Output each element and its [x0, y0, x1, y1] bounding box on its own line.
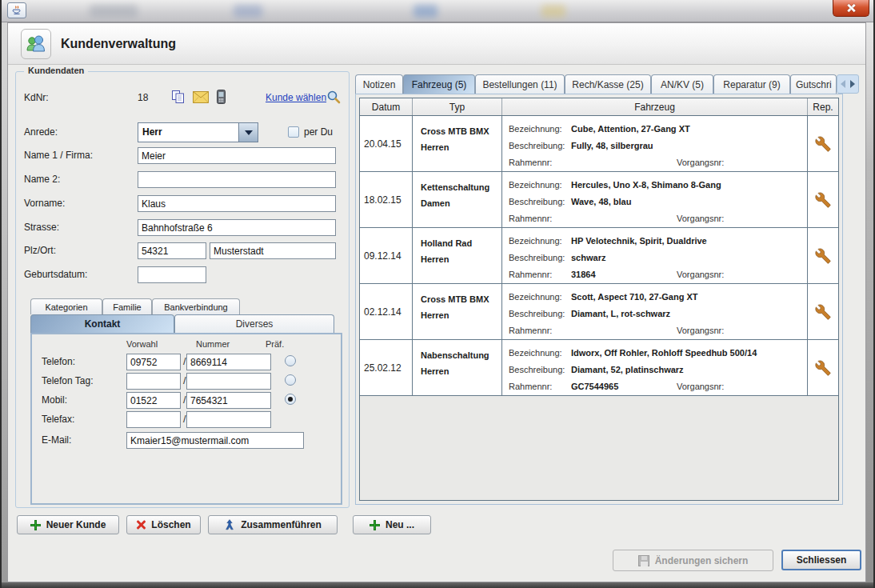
vehicle-row[interactable]: 20.04.15 Cross MTB BMX Herren Bezeichnun… — [360, 116, 838, 172]
plus-icon — [30, 520, 41, 530]
window-frame-left — [2, 22, 7, 586]
vorgangsnr-label: Vorgangsnr: — [677, 210, 724, 227]
tab-an-kv[interactable]: AN/KV (5) — [651, 74, 713, 94]
vehicle-type-line2: Herren — [421, 363, 501, 379]
telefon-tag-nummer-input[interactable] — [186, 373, 271, 390]
background-app-blur — [90, 5, 138, 18]
vehicle-row[interactable]: 02.12.14 Cross MTB BMX Herren Bezeichnun… — [360, 284, 838, 340]
beschreibung-value: Diamant, 52, platinschwarz — [571, 365, 684, 374]
scroll-tabs-left-icon[interactable] — [841, 80, 845, 88]
tab-fahrzeug[interactable]: Fahrzeug (5) — [403, 74, 475, 94]
telefon-vorwahl-input[interactable] — [126, 354, 181, 370]
tab-reparatur[interactable]: Reparatur (9) — [713, 74, 790, 94]
name1-input[interactable] — [138, 147, 336, 164]
tab-notizen[interactable]: Notizen — [355, 74, 403, 94]
bezeichnung-label: Bezeichnung: — [509, 121, 571, 138]
mobile-phone-icon[interactable] — [217, 90, 226, 104]
repair-wrench-icon[interactable] — [815, 192, 831, 208]
tab-diverses[interactable]: Diverses — [174, 314, 334, 333]
tab-kategorien[interactable]: Kategorien — [30, 298, 102, 314]
repair-wrench-icon[interactable] — [815, 248, 831, 264]
telefon-tag-vorwahl-input[interactable] — [126, 373, 181, 390]
vorgangsnr-label: Vorgangsnr: — [677, 266, 724, 283]
background-app-blur — [234, 5, 262, 18]
tab-gutschriften[interactable]: Gutschri — [790, 74, 837, 94]
customers-icon — [21, 29, 51, 59]
geburtsdatum-label: Geburtsdatum: — [24, 269, 87, 280]
neu-button[interactable]: Neu ... — [353, 515, 431, 534]
vehicle-type-line1: Holland Rad — [421, 235, 501, 251]
tab-kontakt[interactable]: Kontakt — [30, 314, 174, 333]
telefax-vorwahl-input[interactable] — [126, 411, 181, 428]
search-icon[interactable] — [326, 90, 341, 104]
repair-wrench-icon[interactable] — [815, 360, 831, 376]
tab-bankverbindung[interactable]: Bankverbindung — [152, 298, 240, 314]
strasse-input[interactable] — [138, 219, 336, 236]
two-people-icon — [25, 33, 47, 55]
vehicle-date: 25.02.12 — [360, 340, 413, 395]
tab-familie[interactable]: Familie — [102, 298, 152, 314]
dialog-header: Kundenverwaltung — [8, 23, 865, 65]
geburtsdatum-input[interactable] — [138, 266, 206, 283]
scroll-tabs-right-icon[interactable] — [850, 80, 855, 88]
combo-dropdown-button[interactable] — [238, 123, 258, 142]
vorname-input[interactable] — [138, 195, 336, 212]
telefon-label: Telefon: — [42, 356, 75, 367]
neuer-kunde-button[interactable]: Neuer Kunde — [17, 515, 119, 534]
telefon-nummer-input[interactable] — [186, 354, 271, 370]
close-window-button[interactable] — [833, 0, 869, 17]
copy-icon[interactable] — [171, 90, 185, 104]
loeschen-label: Löschen — [151, 519, 190, 530]
kunde-waehlen-link[interactable]: Kunde wählen — [266, 92, 326, 103]
mobil-nummer-input[interactable] — [186, 392, 271, 409]
zusammenfuehren-button[interactable]: Zusammenführen — [208, 515, 338, 534]
telefon-praef-radio[interactable] — [285, 355, 296, 366]
loeschen-button[interactable]: Löschen — [126, 515, 201, 534]
col-header-datum[interactable]: Datum — [360, 98, 413, 115]
plus-icon — [370, 520, 380, 530]
beschreibung-value: Wave, 48, blau — [571, 197, 631, 206]
praef-header: Präf. — [266, 339, 284, 349]
close-icon — [846, 3, 856, 13]
vorgangsnr-label: Vorgangsnr: — [677, 154, 724, 171]
mobil-vorwahl-input[interactable] — [126, 392, 181, 409]
nummer-header: Nummer — [196, 339, 230, 349]
vehicle-row[interactable]: 18.02.15 Kettenschaltung Damen Bezeichnu… — [360, 172, 838, 228]
name2-input[interactable] — [138, 171, 336, 188]
col-header-fahrzeug[interactable]: Fahrzeug — [502, 98, 808, 115]
per-du-checkbox[interactable] — [288, 126, 299, 138]
rahmennr-label: Rahmennr: — [509, 378, 571, 395]
col-header-rep[interactable]: Rep. — [808, 98, 838, 115]
ort-input[interactable] — [210, 242, 336, 259]
telefax-nummer-input[interactable] — [186, 411, 271, 428]
plz-input[interactable] — [138, 242, 206, 259]
vehicle-type-line2: Herren — [421, 307, 501, 323]
anrede-select[interactable]: Herr — [138, 122, 258, 142]
repair-wrench-icon[interactable] — [815, 136, 831, 152]
vehicle-type-line2: Herren — [421, 251, 501, 267]
vehicle-row[interactable]: 09.12.14 Holland Rad Herren Bezeichnung:… — [360, 228, 838, 284]
vorname-label: Vorname: — [24, 198, 65, 209]
kundendaten-legend: Kundendaten — [24, 66, 88, 75]
java-app-icon[interactable] — [7, 2, 26, 18]
tab-bestellungen[interactable]: Bestellungen (11) — [475, 74, 565, 94]
rahmennr-label: Rahmennr: — [509, 322, 571, 339]
window-frame-right — [866, 22, 873, 586]
email-input[interactable] — [126, 432, 304, 449]
bezeichnung-value: HP Velotechnik, Spirit, Dualdrive — [571, 236, 707, 246]
repair-wrench-icon[interactable] — [815, 304, 831, 320]
mobil-label: Mobil: — [42, 394, 67, 406]
mobil-praef-radio[interactable] — [285, 394, 296, 405]
beschreibung-label: Beschreibung: — [509, 362, 571, 378]
rahmennr-value: GC7544965 — [571, 382, 618, 391]
anrede-selected-value: Herr — [138, 123, 238, 142]
vehicle-row[interactable]: 25.02.12 Nabenschaltung Herren Bezeichnu… — [360, 340, 838, 396]
telefon-tag-praef-radio[interactable] — [285, 374, 296, 386]
email-icon[interactable] — [193, 91, 209, 103]
email-label: E-Mail: — [42, 434, 71, 446]
schliessen-button[interactable]: Schliessen — [781, 550, 861, 570]
vorgangsnr-label: Vorgangsnr: — [677, 378, 724, 395]
vehicle-date: 18.02.15 — [360, 172, 413, 227]
tab-rech-kasse[interactable]: Rech/Kasse (25) — [565, 74, 651, 94]
col-header-typ[interactable]: Typ — [413, 98, 502, 115]
